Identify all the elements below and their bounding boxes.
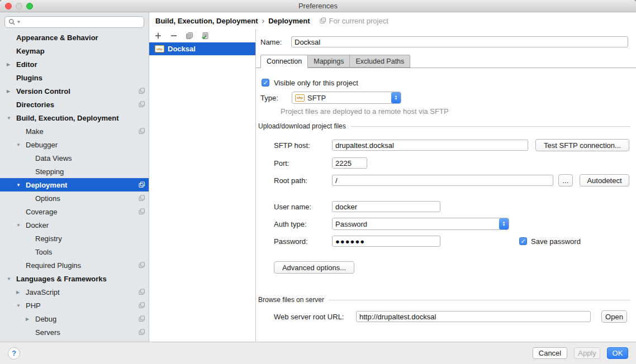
name-input[interactable]	[291, 36, 628, 47]
root-path-label: Root path:	[274, 176, 332, 185]
tab-connection[interactable]: Connection	[260, 55, 308, 68]
sidebar-item-version-control[interactable]: ▶Version Control	[0, 84, 149, 98]
chevron-down-icon[interactable]: ▼	[7, 276, 16, 281]
tab-bar: ConnectionMappingsExcluded Paths	[256, 55, 636, 68]
close-window-icon[interactable]	[5, 3, 12, 9]
sidebar-item-label: Required Plugins	[26, 261, 81, 270]
sidebar-item-tools[interactable]: Tools	[0, 245, 149, 258]
sidebar-item-debug[interactable]: ▶Debug	[0, 312, 149, 325]
user-name-input[interactable]	[332, 201, 440, 212]
chevron-down-icon[interactable]: ▼	[16, 142, 26, 147]
server-list: sftpDocksal	[149, 42, 255, 55]
sidebar-item-coverage[interactable]: Coverage	[0, 205, 149, 218]
minimize-window-icon	[16, 3, 22, 9]
zoom-window-icon[interactable]	[26, 3, 33, 9]
auth-type-select[interactable]: Password ▲▼	[332, 218, 509, 230]
chevron-down-icon[interactable]: ▼	[16, 303, 26, 308]
sidebar-item-javascript[interactable]: ▶JavaScript	[0, 285, 149, 299]
sftp-icon: sftp	[155, 45, 164, 52]
ok-button[interactable]: OK	[607, 347, 628, 359]
search-scope-chevron-icon[interactable]	[17, 21, 21, 23]
sftp-host-label: SFTP host:	[274, 141, 332, 150]
browse-root-path-button[interactable]: ...	[558, 174, 573, 186]
remove-icon[interactable]	[169, 31, 178, 40]
test-sftp-connection-button[interactable]: Test SFTP connection...	[535, 139, 629, 151]
per-project-icon	[139, 101, 145, 108]
sidebar-item-plugins[interactable]: Plugins	[0, 71, 149, 84]
chevron-up-down-icon: ▲▼	[391, 92, 401, 103]
window-controls	[5, 3, 33, 9]
sidebar-item-debugger[interactable]: ▼Debugger	[0, 138, 149, 151]
save-password-checkbox[interactable]: ✓	[519, 237, 527, 245]
add-icon[interactable]	[154, 31, 163, 40]
sidebar-item-label: Servers	[35, 328, 60, 337]
sidebar-item-options[interactable]: Options	[0, 191, 149, 205]
per-project-icon	[139, 289, 145, 295]
sidebar-item-data-views[interactable]: Data Views	[0, 151, 149, 165]
browse-section-title: Browse files on server	[258, 296, 324, 304]
sidebar-item-languages-frameworks[interactable]: ▼Languages & Frameworks	[0, 272, 149, 285]
advanced-options-button[interactable]: Advanced options...	[274, 261, 354, 274]
sidebar-item-directories[interactable]: Directories	[0, 98, 149, 111]
sidebar-item-make[interactable]: Make	[0, 124, 149, 138]
upload-section-title: Upload/download project files	[258, 122, 346, 130]
sidebar-item-docker[interactable]: ▼Docker	[0, 218, 149, 232]
port-input[interactable]	[332, 157, 367, 169]
sidebar-item-keymap[interactable]: Keymap	[0, 44, 149, 58]
server-toolbar	[149, 29, 255, 42]
sidebar-item-required-plugins[interactable]: Required Plugins	[0, 258, 149, 272]
per-project-icon	[139, 302, 145, 309]
chevron-down-icon[interactable]: ▼	[16, 223, 26, 228]
web-root-input[interactable]	[356, 311, 591, 322]
upload-section-header: Upload/download project files	[258, 122, 630, 131]
sidebar-item-servers[interactable]: Servers	[0, 325, 149, 339]
type-value: SFTP	[307, 94, 326, 102]
sidebar-item-build-execution-deployment[interactable]: ▼Build, Execution, Deployment	[0, 111, 149, 124]
sidebar-item-stepping[interactable]: Stepping	[0, 165, 149, 178]
chevron-right-icon[interactable]: ▶	[26, 317, 35, 322]
sftp-host-input[interactable]	[332, 140, 528, 151]
sidebar-item-registry[interactable]: Registry	[0, 232, 149, 245]
auth-type-label: Auth type:	[274, 220, 332, 228]
settings-tree: Appearance & BehaviorKeymap▶EditorPlugin…	[0, 31, 149, 342]
sidebar-item-php[interactable]: ▼PHP	[0, 299, 149, 312]
sidebar-item-label: JavaScript	[26, 288, 60, 296]
open-button[interactable]: Open	[601, 310, 627, 323]
settings-search[interactable]	[4, 16, 144, 28]
type-hint: Project files are deployed to a remote h…	[281, 107, 449, 116]
root-path-input[interactable]	[332, 175, 553, 186]
breadcrumb: Build, Execution, Deployment › Deploymen…	[149, 12, 636, 29]
help-button[interactable]: ?	[8, 347, 20, 360]
server-item-docksal[interactable]: sftpDocksal	[149, 42, 255, 55]
breadcrumb-category[interactable]: Build, Execution, Deployment	[155, 17, 258, 25]
section-rule	[350, 126, 630, 127]
window-title: Preferences	[0, 2, 636, 10]
search-icon	[8, 18, 16, 26]
server-list-panel: sftpDocksal	[149, 29, 256, 342]
cancel-button[interactable]: Cancel	[533, 347, 567, 359]
tab-mappings[interactable]: Mappings	[308, 55, 350, 68]
chevron-right-icon[interactable]: ▶	[16, 290, 26, 295]
deployment-form: Name: ConnectionMappingsExcluded Paths ✓…	[256, 29, 636, 342]
per-project-icon	[320, 17, 326, 24]
breadcrumb-separator-icon: ›	[262, 16, 264, 25]
chevron-down-icon[interactable]: ▼	[7, 116, 16, 121]
sidebar-item-label: Options	[35, 194, 60, 203]
sidebar-item-editor[interactable]: ▶Editor	[0, 58, 149, 71]
chevron-right-icon[interactable]: ▶	[7, 89, 16, 94]
chevron-right-icon[interactable]: ▶	[7, 62, 16, 67]
visible-only-checkbox[interactable]: ✓	[262, 79, 269, 87]
type-select[interactable]: sftp SFTP ▲▼	[292, 92, 401, 104]
use-as-default-icon[interactable]	[201, 31, 210, 40]
chevron-down-icon[interactable]: ▼	[16, 183, 26, 188]
sidebar-item-label: Docker	[26, 221, 49, 229]
sidebar-item-label: Stepping	[35, 167, 64, 176]
search-input[interactable]	[22, 17, 140, 27]
password-input[interactable]	[332, 236, 440, 247]
sidebar-item-deployment[interactable]: ▼Deployment	[0, 178, 149, 191]
sidebar-item-appearance-behavior[interactable]: Appearance & Behavior	[0, 31, 149, 44]
type-label: Type:	[260, 94, 292, 102]
autodetect-button[interactable]: Autodetect	[580, 174, 629, 186]
copy-icon[interactable]	[185, 31, 194, 40]
tab-excluded-paths[interactable]: Excluded Paths	[350, 55, 410, 68]
